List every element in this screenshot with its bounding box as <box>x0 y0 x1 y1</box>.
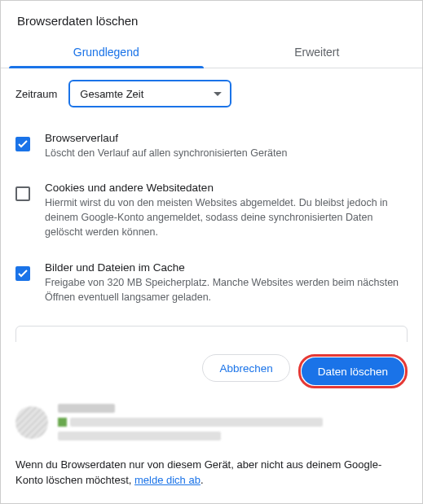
account-row <box>1 400 422 449</box>
time-range-value: Gesamte Zeit <box>80 88 143 100</box>
dialog-body-scroll[interactable]: Zeitraum Gesamte Zeit Browserverlauf Lös… <box>1 68 422 342</box>
dialog-button-row: Abbrechen Daten löschen <box>1 342 422 400</box>
footer-note: Wenn du Browserdaten nur von diesem Gerä… <box>1 449 422 503</box>
activity-note: Der Suchverlauf und andere Arten von Akt… <box>15 326 408 343</box>
redacted-text <box>70 418 323 427</box>
clear-data-button[interactable]: Daten löschen <box>302 357 404 385</box>
option-cache-desc: Freigabe von 320 MB Speicherplatz. Manch… <box>45 275 408 305</box>
tab-basic[interactable]: Grundlegend <box>1 37 212 68</box>
option-history: Browserverlauf Löscht den Verlauf auf al… <box>15 127 408 177</box>
option-cookies-desc: Hiermit wirst du von den meisten Website… <box>45 195 408 239</box>
option-cookies-title: Cookies und andere Websitedaten <box>45 182 408 194</box>
avatar <box>15 406 48 439</box>
time-range-row: Zeitraum Gesamte Zeit <box>15 80 408 107</box>
cancel-button[interactable]: Abbrechen <box>202 354 289 382</box>
link-search-history[interactable]: Suchverlauf <box>65 341 119 343</box>
option-history-desc: Löscht den Verlauf auf allen synchronisi… <box>45 146 287 160</box>
redacted-text <box>58 432 221 440</box>
clear-browsing-data-dialog: Browserdaten löschen Grundlegend Erweite… <box>0 0 423 504</box>
tab-advanced[interactable]: Erweitert <box>212 37 423 68</box>
redacted-text <box>58 404 115 413</box>
option-cache-title: Bilder und Dateien im Cache <box>45 261 408 274</box>
checkbox-history[interactable] <box>15 137 30 151</box>
option-history-title: Browserverlauf <box>45 132 287 144</box>
time-range-select[interactable]: Gesamte Zeit <box>68 80 231 107</box>
dialog-title: Browserdaten löschen <box>1 1 422 37</box>
link-other-activity[interactable]: andere Arten von Aktivitäten <box>141 341 268 343</box>
sync-status-icon <box>58 418 67 427</box>
checkbox-cookies[interactable] <box>15 186 30 201</box>
tab-bar: Grundlegend Erweitert <box>1 37 422 68</box>
sign-out-link[interactable]: melde dich ab <box>134 474 200 486</box>
checkbox-cache[interactable] <box>15 266 30 281</box>
option-cache: Bilder und Dateien im Cache Freigabe von… <box>15 256 408 321</box>
confirm-highlight: Daten löschen <box>298 354 408 388</box>
option-cookies: Cookies und andere Websitedaten Hiermit … <box>15 177 408 256</box>
chevron-down-icon <box>214 92 222 97</box>
time-range-label: Zeitraum <box>15 88 57 100</box>
